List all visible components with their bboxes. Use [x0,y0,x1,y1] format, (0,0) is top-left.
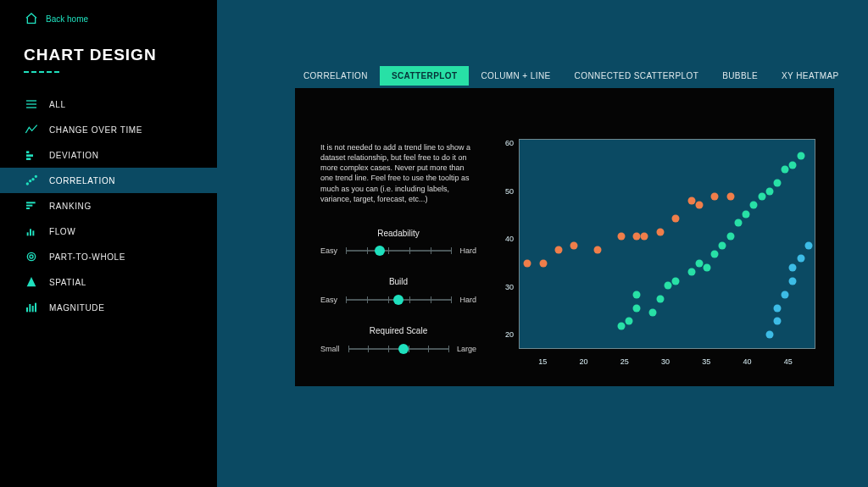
svg-point-7 [30,180,31,182]
chart-point [594,246,602,253]
chart-point [726,233,734,241]
chart-point [687,268,695,276]
svg-rect-4 [26,154,33,157]
x-tick: 15 [538,357,550,366]
slider-title: Required Scale [320,325,476,337]
sidebar-item-label: MAGNITUDE [49,303,104,313]
svg-rect-22 [35,303,36,313]
app-title: CHART DESIGN [0,30,217,64]
tab-correlation[interactable]: CORRELATION [292,66,380,86]
chart-point [773,179,781,186]
back-home-label: Back home [46,14,88,24]
spatial-icon [24,275,39,289]
chart-point [711,251,719,258]
slider-track[interactable] [346,250,451,252]
chart-point [672,277,680,285]
slider-left-label: Easy [320,246,337,256]
sidebar-item-ranking[interactable]: RANKING [0,193,217,219]
sidebar-item-magnitude[interactable]: MAGNITUDE [0,295,217,320]
svg-point-6 [26,183,28,185]
slider-handle[interactable] [393,295,403,305]
sidebar-item-label: CHANGE OVER TIME [49,125,142,135]
sliders-group: Readability Easy Hard Build Easy Hard Re… [320,228,476,354]
sidebar-nav: ALLCHANGE OVER TIMEDEVIATIONCORRELATIONR… [0,91,217,320]
sidebar: Back home CHART DESIGN ALLCHANGE OVER TI… [0,0,217,487]
chart-point [789,161,797,169]
slider-title: Readability [320,228,476,240]
part-icon [24,250,39,263]
x-tick: 20 [579,357,591,366]
slider-readability: Readability Easy Hard [320,228,476,257]
slider-handle[interactable] [375,246,385,256]
panel-description: It is not needed to add a trend line to … [320,142,476,204]
chart-point [711,192,719,200]
slider-handle[interactable] [398,344,409,354]
svg-point-9 [35,175,36,177]
svg-point-8 [32,179,34,180]
chart-point [524,259,531,267]
tab-bubble[interactable]: BUBBLE [710,66,770,86]
chart-point [743,210,750,218]
slider-left-label: Small [320,344,340,354]
y-tick: 50 [502,187,514,196]
chart-point [782,291,789,298]
slider-right-label: Hard [459,246,476,256]
chart-point [773,318,781,325]
sidebar-item-label: SPATIAL [49,278,86,287]
x-tick: 40 [743,357,755,366]
sidebar-item-change-over-time[interactable]: CHANGE OVER TIME [0,117,217,142]
sidebar-item-correlation[interactable]: CORRELATION [0,168,217,193]
sidebar-item-flow[interactable]: FLOW [0,219,217,244]
chart-point [797,152,804,160]
sidebar-item-label: RANKING [49,202,92,211]
chart-point [758,192,765,200]
deviation-icon [24,148,39,162]
chart-point [625,318,632,325]
slider-track[interactable] [346,299,451,301]
sidebar-item-part-to-whole[interactable]: PART-TO-WHOLE [0,244,217,269]
chart-point [687,196,695,204]
sidebar-item-label: ALL [49,100,66,109]
chart-point [695,259,703,267]
flow-icon [24,224,39,238]
y-tick: 60 [502,139,514,147]
slider-track[interactable] [348,348,448,350]
chart-point [804,241,812,249]
slider-title: Build [320,276,476,288]
chart-point [570,241,578,249]
y-tick: 20 [502,330,514,339]
chart-x-axis: 15202530354045 [519,357,815,366]
main-area: CORRELATIONSCATTERPLOTCOLUMN + LINECONNE… [217,0,868,487]
x-tick: 45 [784,357,796,366]
svg-rect-21 [32,306,34,312]
chart-point [617,322,625,329]
chart-point [782,165,789,173]
chart-point [765,331,773,339]
change-icon [24,123,39,136]
svg-rect-13 [27,232,29,235]
svg-rect-14 [30,229,31,235]
chart-point [704,264,711,272]
scatter-chart [519,139,815,349]
tab-connected-scatterplot[interactable]: CONNECTED SCATTERPLOT [563,66,711,86]
back-home-link[interactable]: Back home [0,0,217,30]
sidebar-item-label: DEVIATION [49,151,99,160]
tab-scatterplot[interactable]: SCATTERPLOT [380,66,470,86]
ranking-icon [24,199,39,213]
sidebar-item-all[interactable]: ALL [0,91,217,117]
y-tick: 40 [502,235,514,243]
sidebar-item-deviation[interactable]: DEVIATION [0,142,217,168]
y-tick: 30 [502,283,514,291]
tab-xy-heatmap[interactable]: XY HEATMAP [770,66,851,86]
sidebar-item-spatial[interactable]: SPATIAL [0,269,217,295]
svg-rect-3 [26,151,29,153]
slider-required-scale: Required Scale Small Large [320,325,476,354]
chart-point [750,202,758,209]
x-tick: 25 [620,357,632,366]
chart-point [672,214,680,222]
panel-right: 6050403020 15202530354045 [495,88,834,386]
chart-point [695,202,703,209]
chart-point [734,219,742,227]
chart-point [539,259,547,267]
tab-column-line[interactable]: COLUMN + LINE [469,66,562,86]
